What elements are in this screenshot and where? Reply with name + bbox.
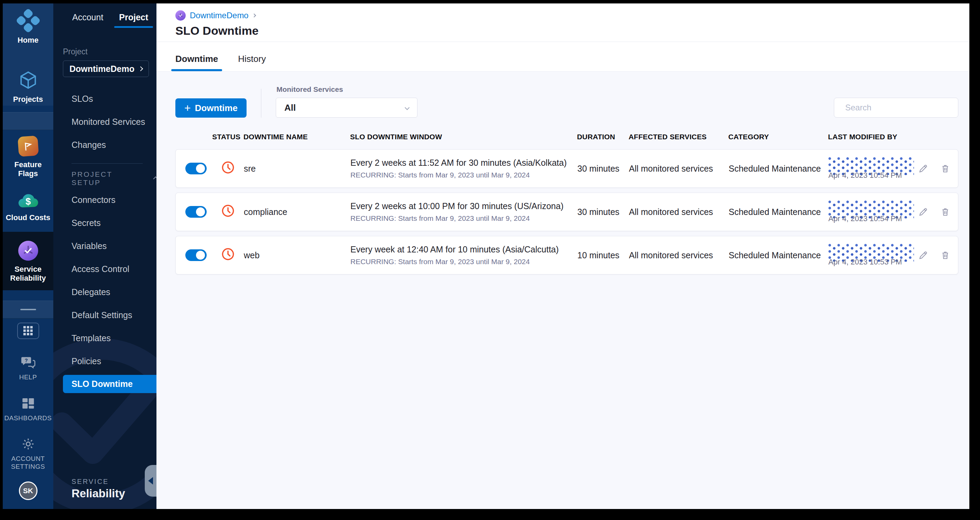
toolbar-divider bbox=[261, 89, 261, 118]
col-downtime-name: DOWNTIME NAME bbox=[241, 133, 347, 141]
sidebar-item-connectors[interactable]: Connectors bbox=[72, 188, 156, 211]
sidebar-item-slos[interactable]: SLOs bbox=[72, 87, 156, 110]
col-category: CATEGORY bbox=[725, 133, 825, 141]
sidebar-links: SLOs Monitored Services Changes bbox=[53, 87, 156, 156]
user-avatar[interactable]: SK bbox=[19, 482, 38, 500]
chevron-up-icon bbox=[153, 177, 156, 181]
downtime-name: web bbox=[241, 250, 348, 260]
sidebar-collapse-handle[interactable] bbox=[145, 465, 156, 497]
edit-button[interactable] bbox=[918, 163, 928, 174]
edit-button[interactable] bbox=[918, 207, 928, 217]
divider-band[interactable] bbox=[3, 301, 53, 318]
project-selector-value: DowntimeDemo bbox=[70, 64, 139, 74]
project-sidebar: Account Project Project DowntimeDemo SLO… bbox=[53, 3, 156, 509]
gear-icon bbox=[21, 437, 35, 451]
dashboards-icon bbox=[21, 396, 35, 410]
search-input[interactable] bbox=[845, 103, 952, 113]
nav-dashboards-label: DASHBOARDS bbox=[4, 414, 52, 422]
project-breadcrumb-icon bbox=[175, 10, 186, 21]
search-box bbox=[834, 98, 958, 118]
module-feature-flags[interactable]: Feature Flags bbox=[3, 131, 53, 183]
affected-services: All monitored services bbox=[626, 250, 726, 260]
grid-icon bbox=[23, 326, 33, 335]
sidebar-item-monitored-services[interactable]: Monitored Services bbox=[72, 110, 156, 134]
col-last-modified: LAST MODIFIED BY bbox=[825, 133, 958, 141]
downtime-enabled-toggle[interactable] bbox=[185, 163, 207, 174]
module-cloud-costs[interactable]: $ Cloud Costs bbox=[3, 187, 53, 227]
main-content: DowntimeDemo SLO Downtime Downtime Histo… bbox=[156, 3, 969, 509]
downtime-duration: 10 minutes bbox=[574, 250, 626, 260]
collapse-left-icon bbox=[148, 477, 153, 485]
col-affected: AFFECTED SERVICES bbox=[626, 133, 725, 141]
module-home-label: Home bbox=[18, 36, 38, 45]
svg-text:?: ? bbox=[24, 357, 27, 363]
delete-button[interactable] bbox=[940, 207, 950, 217]
nav-account-settings-label: ACCOUNT SETTINGS bbox=[8, 455, 48, 471]
module-projects[interactable]: Projects bbox=[3, 65, 53, 109]
sidebar-item-policies[interactable]: Policies bbox=[72, 350, 156, 373]
project-setup-label: PROJECT SETUP bbox=[72, 170, 116, 187]
tab-history[interactable]: History bbox=[238, 54, 266, 71]
monitored-services-value: All bbox=[284, 102, 406, 113]
cloud-costs-icon: $ bbox=[17, 192, 40, 209]
nav-dashboards[interactable]: DASHBOARDS bbox=[3, 392, 53, 427]
downtime-window: Every week at 12:40 AM for 10 minutes (A… bbox=[350, 245, 574, 254]
monitored-services-label: Monitored Services bbox=[277, 85, 417, 94]
table-row[interactable]: web Every week at 12:40 AM for 10 minute… bbox=[175, 236, 958, 274]
help-chat-icon: ? bbox=[21, 356, 36, 369]
drag-handle-icon bbox=[20, 309, 36, 310]
tab-account[interactable]: Account bbox=[72, 13, 103, 28]
downtime-duration: 30 minutes bbox=[574, 164, 626, 174]
table-row[interactable]: sre Every 2 weeks at 11:52 AM for 30 min… bbox=[175, 149, 958, 188]
downtime-enabled-toggle[interactable] bbox=[185, 206, 207, 218]
last-modified-timestamp: Apr 4, 2023 10:53 PM bbox=[828, 258, 914, 267]
downtime-category: Scheduled Maintenance bbox=[726, 164, 826, 174]
tab-downtime[interactable]: Downtime bbox=[175, 54, 218, 71]
sidebar-item-variables[interactable]: Variables bbox=[72, 235, 156, 258]
project-setup-header[interactable]: PROJECT SETUP bbox=[72, 169, 156, 188]
sidebar-item-default-settings[interactable]: Default Settings bbox=[72, 304, 156, 327]
delete-button[interactable] bbox=[940, 250, 950, 260]
project-selector[interactable]: DowntimeDemo bbox=[63, 60, 149, 77]
add-downtime-button[interactable]: + Downtime bbox=[175, 99, 247, 118]
nav-help[interactable]: ? HELP bbox=[3, 351, 53, 386]
col-window: SLO DOWNTIME WINDOW bbox=[347, 133, 574, 141]
module-nav: Home Projects Feature Flags bbox=[3, 3, 53, 509]
scroll-up-band[interactable] bbox=[3, 112, 53, 130]
sidebar-item-access-control[interactable]: Access Control bbox=[72, 258, 156, 281]
plus-icon: + bbox=[184, 102, 191, 113]
module-service-reliability[interactable]: Service Reliability bbox=[3, 232, 53, 290]
clock-icon bbox=[221, 204, 235, 218]
tab-project[interactable]: Project bbox=[119, 13, 148, 28]
module-home[interactable]: Home bbox=[3, 3, 53, 49]
sidebar-item-delegates[interactable]: Delegates bbox=[72, 281, 156, 304]
downtime-recurrence: RECURRING: Starts from Mar 9, 2023 until… bbox=[350, 258, 574, 266]
edit-button[interactable] bbox=[918, 250, 928, 260]
downtime-name: compliance bbox=[241, 207, 348, 217]
footer-service-label: SERVICE bbox=[72, 478, 125, 486]
chevron-down-icon bbox=[405, 105, 409, 110]
last-modified-timestamp: Apr 4, 2023 10:54 PM bbox=[828, 214, 914, 223]
sidebar-item-templates[interactable]: Templates bbox=[72, 327, 156, 350]
nav-account-settings[interactable]: ACCOUNT SETTINGS bbox=[3, 432, 53, 475]
table-row[interactable]: compliance Every 2 weeks at 10:00 PM for… bbox=[175, 192, 958, 231]
page-tabs: Downtime History bbox=[156, 42, 969, 72]
sidebar-item-changes[interactable]: Changes bbox=[72, 134, 156, 156]
toolbar: + Downtime Monitored Services All bbox=[175, 85, 958, 118]
sidebar-item-secrets[interactable]: Secrets bbox=[72, 211, 156, 235]
downtime-enabled-toggle[interactable] bbox=[185, 249, 207, 261]
downtime-duration: 30 minutes bbox=[574, 207, 626, 217]
sidebar-item-slo-downtime[interactable]: SLO Downtime bbox=[63, 375, 156, 393]
monitored-services-dropdown[interactable]: All bbox=[276, 98, 417, 118]
feature-flags-icon bbox=[18, 135, 39, 157]
col-status: STATUS bbox=[175, 133, 241, 141]
page-title: SLO Downtime bbox=[175, 24, 969, 38]
delete-button[interactable] bbox=[940, 163, 950, 174]
projects-cube-icon bbox=[18, 70, 39, 91]
page-header: DowntimeDemo SLO Downtime bbox=[156, 3, 969, 42]
affected-services: All monitored services bbox=[626, 164, 726, 174]
svg-text:$: $ bbox=[25, 196, 30, 206]
breadcrumb-project-link[interactable]: DowntimeDemo bbox=[190, 11, 248, 20]
row-actions bbox=[918, 163, 950, 174]
module-grid-button[interactable] bbox=[17, 323, 39, 339]
